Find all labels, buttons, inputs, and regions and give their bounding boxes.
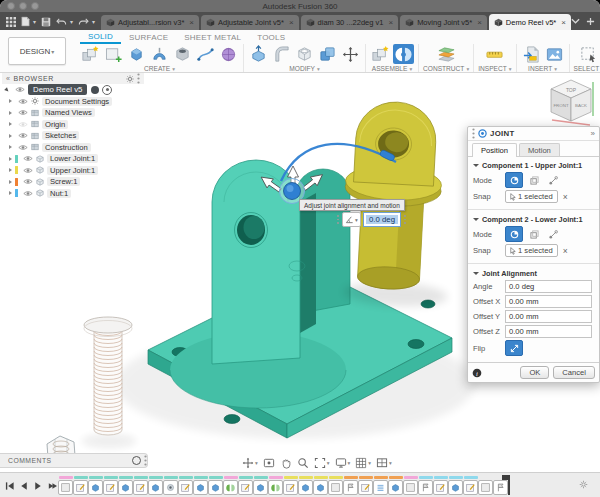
step-back-icon[interactable]: [19, 481, 29, 491]
visibility-eye-icon[interactable]: [23, 190, 33, 197]
browser-root-label[interactable]: Demo Reel v5: [28, 84, 87, 95]
extrude-feature-icon[interactable]: [118, 480, 133, 495]
timeline-feature[interactable]: [448, 476, 463, 495]
timeline-feature[interactable]: [268, 476, 283, 495]
browser-item[interactable]: Upper Joint:1: [2, 165, 144, 177]
group-label-select[interactable]: SELECT▾: [574, 65, 600, 72]
grid-layout-nav-button[interactable]: ▾: [355, 457, 371, 469]
browser-item[interactable]: Construction: [2, 142, 144, 154]
sketch-feature-icon[interactable]: [433, 480, 448, 495]
revolve-icon[interactable]: [149, 44, 170, 64]
field-input[interactable]: 0.0 deg: [505, 280, 592, 293]
sweep-icon[interactable]: [195, 44, 216, 64]
grip-icon[interactable]: [403, 214, 407, 226]
fit-nav-button[interactable]: ▾: [314, 457, 330, 469]
timeline-feature[interactable]: [313, 476, 328, 495]
field-input[interactable]: 0.00 mm: [505, 310, 592, 323]
sketch-feature-icon[interactable]: [133, 480, 148, 495]
extrude-feature-icon[interactable]: [208, 480, 223, 495]
timeline-feature[interactable]: [58, 476, 73, 495]
timeline-feature[interactable]: [133, 476, 148, 495]
extrude-icon[interactable]: [126, 44, 147, 64]
sketch-feature-icon[interactable]: [103, 480, 118, 495]
pan-nav-button[interactable]: [280, 457, 292, 469]
timeline-feature[interactable]: [388, 476, 403, 495]
group-label-construct[interactable]: CONSTRUCT▾: [423, 65, 469, 72]
browser-settings-icon[interactable]: [126, 75, 134, 83]
browser-item[interactable]: Origin: [2, 119, 144, 131]
play-icon[interactable]: [33, 481, 43, 491]
angle-mode-button[interactable]: ▾: [342, 212, 361, 227]
view-cube[interactable]: TOP FRONT BACK: [544, 76, 600, 132]
sketch-feature-icon[interactable]: [73, 480, 88, 495]
visibility-eye-icon[interactable]: [18, 109, 28, 116]
field-input[interactable]: 0.00 mm: [505, 295, 592, 308]
browser-item-label[interactable]: Construction: [42, 143, 91, 152]
decal-icon[interactable]: [544, 44, 565, 64]
box-feature-icon[interactable]: [478, 480, 493, 495]
workspace-selector[interactable]: DESIGN ▾: [8, 37, 66, 65]
create-sketch-icon[interactable]: [103, 44, 124, 64]
mode-between-faces-button[interactable]: [526, 227, 542, 241]
dialog-expand-icon[interactable]: »: [591, 129, 595, 138]
activate-component-icon[interactable]: [102, 85, 112, 95]
sketch-feature-icon[interactable]: [283, 480, 298, 495]
timeline-feature[interactable]: [403, 476, 418, 495]
sketch-feature-icon[interactable]: [178, 480, 193, 495]
timeline-feature[interactable]: [148, 476, 163, 495]
dialog-drag-handle-icon[interactable]: [472, 128, 475, 139]
document-tab[interactable]: Adjustable Joint v5*×: [201, 15, 299, 30]
browser-item-label[interactable]: Named Views: [42, 108, 95, 117]
timeline-feature[interactable]: [223, 476, 238, 495]
browser-item[interactable]: Sketches: [2, 130, 144, 142]
collapse-panel-icon[interactable]: «: [6, 75, 11, 82]
group-label-create[interactable]: CREATE▾: [144, 65, 175, 72]
timeline-feature[interactable]: [463, 476, 478, 495]
group-label-modify[interactable]: MODIFY▾: [289, 65, 319, 72]
timeline-feature[interactable]: [358, 476, 373, 495]
kebab-menu-icon[interactable]: [137, 73, 140, 84]
expander-icon[interactable]: [9, 168, 12, 172]
comments-menu-icon[interactable]: [144, 455, 147, 466]
extrude-feature-icon[interactable]: [448, 480, 463, 495]
hole-feature-icon[interactable]: [163, 480, 178, 495]
timeline-feature[interactable]: [478, 476, 493, 495]
tab-close-icon[interactable]: ×: [477, 18, 482, 27]
extrude-feature-icon[interactable]: [88, 480, 103, 495]
timeline-feature[interactable]: [298, 476, 313, 495]
redo-icon[interactable]: [78, 17, 89, 26]
extrude-feature-icon[interactable]: [193, 480, 208, 495]
angle-value-input[interactable]: 0.0 deg: [363, 212, 401, 227]
display-settings-nav-button[interactable]: ▾: [335, 457, 351, 469]
timeline-feature[interactable]: [418, 476, 433, 495]
sketch-feature-icon[interactable]: [358, 480, 373, 495]
visibility-eye-icon[interactable]: [18, 98, 28, 105]
visibility-eye-icon[interactable]: [23, 155, 33, 162]
extrude-feature-icon[interactable]: [388, 480, 403, 495]
assemble-component-icon[interactable]: [370, 44, 391, 64]
snap-selection-button[interactable]: 1 selected: [505, 244, 558, 257]
timeline-feature[interactable]: [343, 476, 358, 495]
joint-feature-icon[interactable]: [268, 480, 283, 495]
mode-between-faces-button[interactable]: [526, 173, 542, 187]
form-icon[interactable]: [218, 44, 239, 64]
browser-root-row[interactable]: Demo Reel v5: [2, 84, 144, 96]
browser-item-label[interactable]: Nut:1: [47, 189, 71, 198]
timeline-feature[interactable]: [163, 476, 178, 495]
expander-icon[interactable]: [9, 191, 12, 195]
flip-button[interactable]: [505, 340, 523, 356]
browser-item[interactable]: Screw:1: [2, 176, 144, 188]
extrude-feature-icon[interactable]: [148, 480, 163, 495]
tab-close-icon[interactable]: ×: [189, 18, 194, 27]
document-tab[interactable]: diam 30 ...22deg v1×: [301, 15, 399, 30]
cancel-button[interactable]: Cancel: [553, 366, 595, 379]
extrude-feature-icon[interactable]: [253, 480, 268, 495]
expander-icon[interactable]: [9, 134, 12, 138]
tab-close-icon[interactable]: ×: [388, 18, 393, 27]
field-input[interactable]: 0.00 mm: [505, 325, 592, 338]
visibility-eye-icon[interactable]: [15, 86, 25, 93]
combine-icon[interactable]: [317, 44, 338, 64]
skip-to-start-icon[interactable]: [5, 481, 15, 491]
document-tab[interactable]: Adjustabl...rsion v3*×: [101, 15, 199, 30]
timeline-feature[interactable]: [433, 476, 448, 495]
